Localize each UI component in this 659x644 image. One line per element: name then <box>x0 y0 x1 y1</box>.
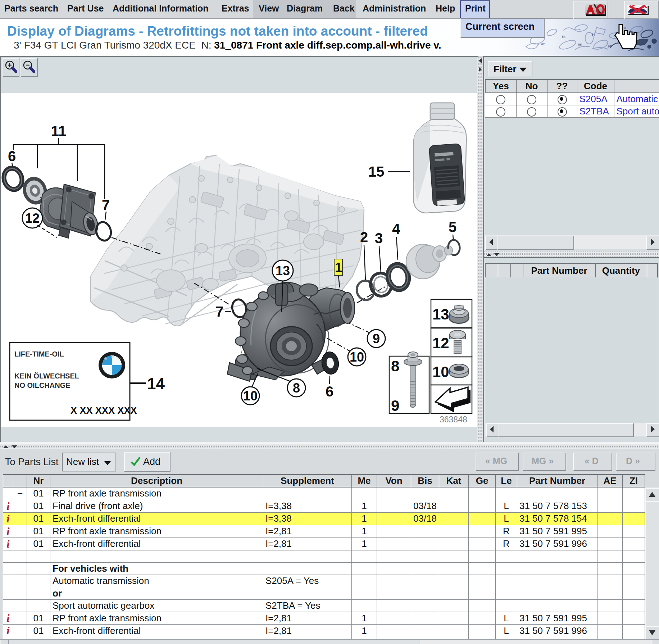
svg-text:LIFE-TIME-OIL: LIFE-TIME-OIL <box>14 350 64 358</box>
svg-text:62: 62 <box>541 42 545 46</box>
svg-text:X XX XXX XXX: X XX XXX XXX <box>71 405 137 416</box>
svg-text:11: 11 <box>51 123 66 139</box>
svg-text:363848: 363848 <box>440 415 467 424</box>
svg-text:6: 6 <box>8 148 16 164</box>
svg-text:54: 54 <box>562 35 565 38</box>
svg-text:NO OILCHANGE: NO OILCHANGE <box>14 381 71 389</box>
svg-text:4: 4 <box>392 221 400 237</box>
svg-text:M: M <box>111 354 114 358</box>
svg-text:2: 2 <box>360 229 368 245</box>
svg-text:9: 9 <box>391 397 399 414</box>
svg-text:15: 15 <box>368 164 385 180</box>
svg-text:1: 1 <box>335 260 342 275</box>
svg-text:12: 12 <box>25 211 40 226</box>
svg-text:10: 10 <box>432 363 449 380</box>
svg-text:10: 10 <box>243 389 258 403</box>
svg-text:KEIN ÖLWECHSEL: KEIN ÖLWECHSEL <box>14 372 79 380</box>
svg-text:13: 13 <box>276 263 290 278</box>
svg-text:13: 13 <box>432 306 449 323</box>
svg-text:65: 65 <box>608 45 612 48</box>
svg-text:9: 9 <box>373 331 380 346</box>
svg-text:8: 8 <box>293 381 300 395</box>
svg-text:6: 6 <box>326 384 333 399</box>
svg-text:14: 14 <box>147 375 165 393</box>
svg-text:12: 12 <box>432 335 449 352</box>
svg-text:5: 5 <box>449 219 456 235</box>
svg-text:3: 3 <box>375 230 383 246</box>
svg-text:10: 10 <box>350 350 364 364</box>
svg-text:A: A <box>624 26 626 30</box>
svg-text:34: 34 <box>591 33 595 36</box>
svg-text:7: 7 <box>102 197 110 213</box>
svg-text:7: 7 <box>215 304 223 319</box>
svg-text:8: 8 <box>391 358 399 375</box>
svg-text:66: 66 <box>578 43 582 46</box>
